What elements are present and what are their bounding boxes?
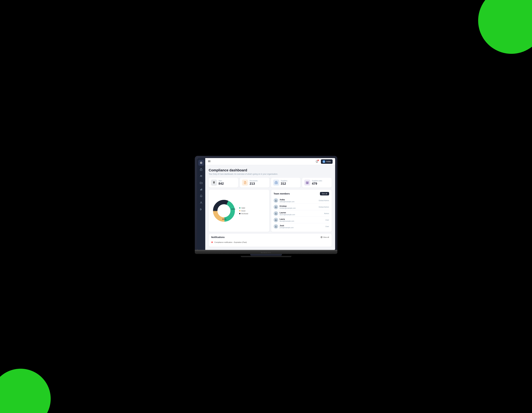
main-content: Aniko Compliance dashboard Your Duty of … bbox=[205, 158, 335, 250]
topbar: Aniko bbox=[205, 158, 335, 165]
team-member-row: Josh josh@example.com User bbox=[274, 223, 329, 229]
page-subtitle: Your Duty of Care dashboard. An overview… bbox=[209, 173, 332, 175]
view-all-label: View all bbox=[323, 236, 329, 238]
notification-button[interactable] bbox=[314, 159, 319, 164]
svg-rect-21 bbox=[307, 183, 308, 184]
legend-valid: Valid bbox=[239, 207, 248, 209]
sidebar-item-dashboard[interactable] bbox=[198, 160, 204, 166]
notifications-title: Notifications bbox=[211, 236, 225, 239]
sidebar-item-chart[interactable] bbox=[198, 187, 204, 192]
notification-text: Compliance notification - Expiration (Pa… bbox=[214, 241, 247, 243]
suppliers-info: Suppliers 312 bbox=[281, 180, 287, 185]
supplier-sites-info: Suppliers sites 479 bbox=[312, 180, 322, 185]
legend-issue-label: Issue bbox=[241, 210, 246, 212]
svg-rect-19 bbox=[307, 183, 308, 183]
member-info-laura: Laura laura@example.com bbox=[280, 218, 325, 222]
stats-row: Sites 842 bbox=[209, 178, 332, 187]
documents-label: Documents bbox=[250, 180, 258, 182]
svg-point-27 bbox=[276, 200, 276, 201]
svg-point-12 bbox=[323, 161, 324, 162]
member-name: Laura bbox=[280, 218, 325, 220]
member-avatar-josh bbox=[274, 224, 278, 229]
team-title: Team members bbox=[274, 193, 290, 195]
svg-point-26 bbox=[218, 204, 230, 217]
chart-card: 31.5% 42.6% 25.9% Valid bbox=[209, 190, 269, 232]
suppliers-value: 312 bbox=[281, 182, 287, 185]
donut-chart: 31.5% 42.6% 25.9% bbox=[211, 198, 237, 223]
stat-card-supplier-sites: Suppliers sites 479 bbox=[302, 178, 332, 187]
legend-dot-issue bbox=[239, 210, 240, 211]
sidebar-item-logout[interactable] bbox=[198, 206, 204, 212]
stat-card-suppliers: Suppliers 312 bbox=[271, 178, 301, 187]
legend-archived: Archived bbox=[239, 213, 248, 215]
supplier-sites-value: 479 bbox=[312, 182, 322, 185]
notifications-section: Notifications View all Comp bbox=[209, 234, 332, 247]
notifications-header: Notifications View all bbox=[211, 236, 329, 239]
svg-rect-5 bbox=[200, 189, 201, 190]
legend-dot-archived bbox=[239, 213, 240, 214]
member-email: kristian@example.com bbox=[280, 207, 319, 209]
sites-icon-box bbox=[211, 180, 217, 186]
member-name: Josh bbox=[280, 225, 325, 227]
see-all-button[interactable]: See all bbox=[320, 192, 329, 195]
user-avatar bbox=[323, 160, 325, 163]
svg-rect-15 bbox=[275, 182, 277, 184]
team-member-row: Aniko aniko@example.com Global Admin bbox=[274, 197, 329, 204]
member-avatar-aniko bbox=[274, 198, 278, 203]
notification-item: Compliance notification - Expiration (Pa… bbox=[211, 240, 329, 245]
sidebar-item-building[interactable] bbox=[198, 167, 204, 172]
page-title: Compliance dashboard bbox=[209, 168, 332, 172]
stat-card-documents: Documents 213 bbox=[240, 178, 269, 187]
svg-rect-18 bbox=[307, 183, 307, 183]
legend-valid-label: Valid bbox=[241, 207, 245, 209]
team-card: Team members See all bbox=[271, 190, 332, 232]
member-info-lauren: Lauren lauren@example.com bbox=[280, 211, 324, 216]
legend-archived-label: Archived bbox=[241, 213, 248, 215]
documents-value: 213 bbox=[250, 182, 258, 185]
view-all-link[interactable]: View all bbox=[321, 236, 329, 238]
svg-rect-16 bbox=[276, 183, 276, 183]
chart-label-valid: 42.6% bbox=[231, 208, 235, 210]
member-info-josh: Josh josh@example.com bbox=[280, 225, 325, 229]
chart-label-issue: 25.9% bbox=[222, 218, 226, 220]
member-role: Global Admin bbox=[319, 200, 329, 202]
svg-point-30 bbox=[276, 219, 276, 220]
member-role: Global Admin bbox=[319, 206, 329, 208]
documents-icon-box bbox=[242, 180, 248, 186]
documents-info: Documents 213 bbox=[250, 180, 258, 185]
member-avatar-laura bbox=[274, 218, 278, 222]
svg-point-28 bbox=[276, 206, 276, 207]
chart-legend: Valid Issue Archived bbox=[239, 207, 248, 215]
member-role: User bbox=[325, 219, 329, 221]
svg-point-3 bbox=[200, 175, 201, 176]
hamburger-menu-button[interactable] bbox=[208, 160, 211, 163]
stat-card-sites: Sites 842 bbox=[209, 178, 238, 187]
sidebar-item-profile[interactable] bbox=[198, 200, 204, 206]
topbar-left bbox=[208, 160, 211, 163]
suppliers-label: Suppliers bbox=[281, 180, 287, 182]
supplier-sites-label: Suppliers sites bbox=[312, 180, 322, 182]
svg-point-8 bbox=[201, 202, 202, 203]
svg-point-29 bbox=[276, 213, 276, 214]
screen-inner: Aniko Compliance dashboard Your Duty of … bbox=[197, 158, 335, 250]
chart-label-archived: 31.5% bbox=[213, 210, 217, 211]
sidebar-item-bell[interactable] bbox=[198, 193, 204, 199]
legend-dot-valid bbox=[239, 207, 240, 209]
laptop-base-panel: MacBook Pro bbox=[195, 251, 337, 254]
user-menu-button[interactable]: Aniko bbox=[321, 159, 332, 164]
svg-rect-7 bbox=[202, 188, 202, 190]
topbar-right: Aniko bbox=[314, 159, 332, 164]
svg-rect-17 bbox=[306, 182, 309, 184]
sites-value: 842 bbox=[218, 182, 224, 185]
sites-info: Sites 842 bbox=[218, 180, 224, 185]
svg-point-4 bbox=[201, 175, 202, 176]
member-role: Admin bbox=[324, 212, 329, 214]
sidebar-item-folder[interactable] bbox=[198, 180, 204, 186]
svg-rect-6 bbox=[201, 189, 201, 190]
member-email: aniko@example.com bbox=[280, 201, 319, 202]
team-member-row: Kristian kristian@example.com Global Adm… bbox=[274, 204, 329, 210]
member-email: josh@example.com bbox=[280, 227, 325, 229]
sites-label: Sites bbox=[218, 180, 224, 182]
notification-dot bbox=[211, 241, 213, 243]
sidebar-item-users[interactable] bbox=[198, 173, 204, 179]
